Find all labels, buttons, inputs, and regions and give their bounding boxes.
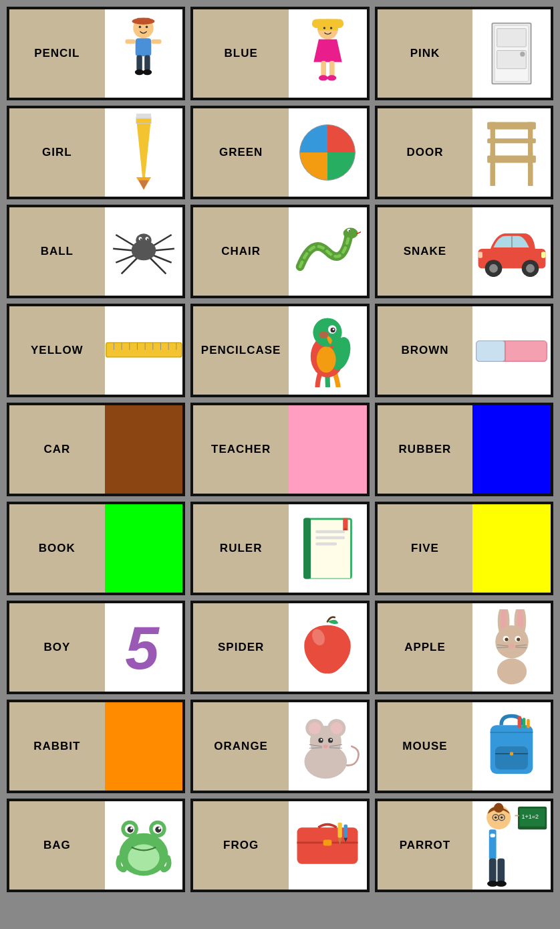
svg-rect-153 bbox=[338, 822, 342, 837]
card-label: GIRL bbox=[9, 108, 105, 197]
card-label: PARROT bbox=[378, 801, 473, 890]
card-image bbox=[105, 801, 183, 890]
svg-rect-155 bbox=[344, 824, 347, 837]
card-rabbit: RABBIT bbox=[7, 700, 185, 793]
svg-point-125 bbox=[321, 739, 323, 741]
card-image bbox=[472, 207, 551, 296]
svg-rect-11 bbox=[152, 39, 162, 44]
card-image bbox=[472, 9, 551, 98]
card-blue: BLUE bbox=[190, 7, 369, 100]
card-label: GREEN bbox=[193, 108, 289, 197]
svg-point-135 bbox=[510, 752, 513, 755]
svg-point-106 bbox=[495, 625, 529, 658]
svg-rect-139 bbox=[527, 719, 530, 728]
svg-point-3 bbox=[139, 26, 141, 28]
svg-point-166 bbox=[495, 816, 497, 819]
svg-point-147 bbox=[158, 827, 161, 830]
svg-rect-45 bbox=[487, 138, 536, 143]
card-image: 5 bbox=[105, 603, 183, 692]
svg-marker-18 bbox=[313, 39, 341, 62]
card-label: BAG bbox=[9, 801, 105, 890]
card-label: SPIDER bbox=[193, 603, 289, 692]
card-pencilcase: PENCILCASE bbox=[190, 304, 369, 397]
card-brown: BROWN bbox=[375, 304, 553, 397]
svg-point-9 bbox=[143, 70, 152, 75]
card-label: RULER bbox=[193, 504, 289, 593]
card-spider: SPIDER bbox=[190, 601, 369, 694]
card-label: DOOR bbox=[378, 108, 473, 197]
card-image bbox=[289, 702, 367, 791]
card-label: CHAIR bbox=[193, 207, 289, 296]
svg-rect-172 bbox=[497, 858, 505, 882]
svg-point-17 bbox=[330, 27, 332, 29]
card-mouse: MOUSE bbox=[375, 700, 553, 793]
card-image bbox=[472, 108, 551, 197]
card-label: BLUE bbox=[193, 9, 289, 98]
card-car: CAR bbox=[7, 403, 185, 496]
svg-rect-97 bbox=[315, 542, 337, 546]
svg-point-120 bbox=[309, 722, 321, 734]
svg-point-66 bbox=[489, 264, 498, 272]
card-door: DOOR bbox=[375, 106, 553, 199]
svg-rect-6 bbox=[137, 56, 142, 72]
card-snake: SNAKE bbox=[375, 205, 553, 298]
svg-point-167 bbox=[501, 816, 503, 819]
svg-rect-90 bbox=[476, 341, 505, 362]
card-label: RABBIT bbox=[9, 702, 105, 791]
svg-rect-138 bbox=[523, 718, 526, 728]
svg-point-162 bbox=[494, 803, 503, 812]
card-label: PINK bbox=[378, 9, 473, 98]
svg-rect-40 bbox=[528, 165, 533, 186]
svg-rect-2 bbox=[137, 18, 150, 23]
card-ball: BALL bbox=[7, 205, 185, 298]
card-image bbox=[472, 603, 551, 692]
svg-rect-71 bbox=[106, 342, 181, 357]
svg-point-83 bbox=[317, 346, 336, 373]
card-image bbox=[289, 504, 367, 593]
svg-rect-20 bbox=[329, 61, 335, 77]
card-label: FIVE bbox=[378, 504, 473, 593]
card-apple: APPLE bbox=[375, 601, 553, 694]
svg-rect-25 bbox=[497, 29, 527, 47]
card-label: BOOK bbox=[9, 504, 105, 593]
card-yellow: YELLOW bbox=[7, 304, 185, 397]
card-pink: PINK bbox=[375, 7, 553, 100]
card-label: YELLOW bbox=[9, 306, 105, 395]
card-green: GREEN bbox=[190, 106, 369, 199]
card-label: TEACHER bbox=[193, 405, 289, 494]
card-image bbox=[289, 405, 367, 494]
svg-point-60 bbox=[343, 228, 358, 239]
svg-point-27 bbox=[520, 51, 525, 56]
svg-point-145 bbox=[155, 827, 161, 833]
card-image bbox=[289, 9, 367, 98]
card-image bbox=[105, 207, 183, 296]
card-ruler: RULER bbox=[190, 502, 369, 595]
card-image bbox=[289, 306, 367, 395]
svg-text:1+1=2: 1+1=2 bbox=[521, 813, 539, 820]
card-image bbox=[289, 108, 367, 197]
svg-rect-96 bbox=[315, 536, 345, 540]
svg-point-126 bbox=[330, 739, 332, 741]
card-pencil: PENCIL bbox=[7, 7, 185, 100]
card-label: APPLE bbox=[378, 603, 473, 692]
card-image bbox=[472, 702, 551, 791]
svg-point-144 bbox=[127, 827, 133, 833]
svg-point-109 bbox=[505, 637, 508, 641]
svg-rect-95 bbox=[315, 530, 345, 534]
svg-point-174 bbox=[495, 880, 506, 886]
card-image bbox=[105, 405, 183, 494]
card-rubber: RUBBER bbox=[375, 403, 553, 496]
svg-point-116 bbox=[497, 658, 527, 684]
card-image: 1+1=2 bbox=[472, 801, 551, 890]
card-boy: BOY 5 bbox=[7, 601, 185, 694]
svg-point-122 bbox=[331, 722, 343, 734]
card-label: FROG bbox=[193, 801, 289, 890]
svg-rect-15 bbox=[317, 19, 337, 30]
card-parrot: PARROT 1+1=2 bbox=[375, 799, 553, 892]
svg-point-21 bbox=[319, 75, 328, 80]
card-label: PENCILCASE bbox=[193, 306, 289, 395]
card-image bbox=[472, 405, 551, 494]
card-label: CAR bbox=[9, 405, 105, 494]
card-label: MOUSE bbox=[378, 702, 473, 791]
card-label: SNAKE bbox=[378, 207, 473, 296]
